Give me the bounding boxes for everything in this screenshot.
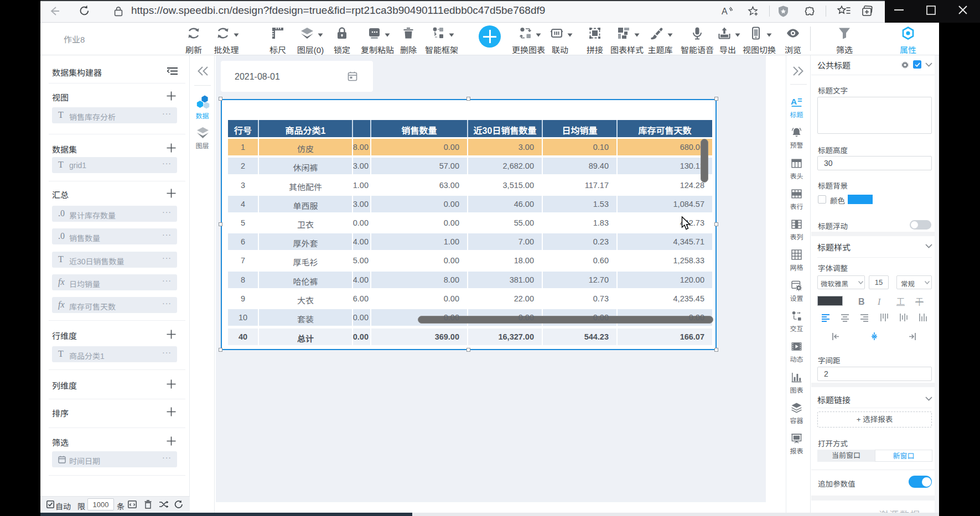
svg-text:A: A [722, 7, 728, 16]
svg-text:A: A [791, 97, 797, 106]
